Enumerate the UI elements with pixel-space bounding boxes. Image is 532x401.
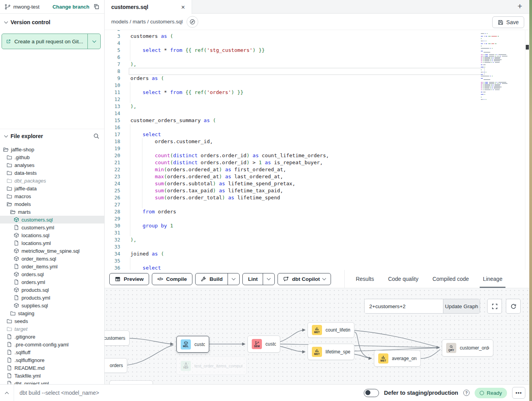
code-line-28[interactable]: 28 from orders [105, 208, 529, 215]
code-editor[interactable]: 23customers as (45 select * from {{ ref(… [105, 30, 529, 270]
help-icon[interactable]: ? [463, 390, 470, 396]
dbt-command-input[interactable] [20, 390, 238, 396]
code-line-25[interactable]: 25 sum(orders.tax_paid) as lifetime_tax_… [105, 187, 529, 194]
tree-item-products.yml[interactable]: products.yml [0, 294, 104, 302]
chevron-down-icon[interactable] [4, 134, 8, 138]
lineage-node-stg_customers[interactable]: stg_customers [105, 330, 130, 346]
tab-results[interactable]: Results [356, 270, 374, 288]
lint-button[interactable]: Lint [242, 273, 275, 285]
tree-item-locations.yml[interactable]: locations.yml [0, 239, 104, 247]
code-line-15[interactable]: 15customer_orders_summary as ( [105, 117, 529, 124]
tab-lineage[interactable]: Lineage [483, 270, 502, 288]
change-branch-link[interactable]: Change branch [52, 4, 89, 10]
code-line-4[interactable]: 4 [105, 40, 529, 47]
tree-item-.sqlfluff[interactable]: .sqlfluff [0, 348, 104, 356]
tree-item-orders.yml[interactable]: orders.yml [0, 278, 104, 286]
tree-item-locations.sql[interactable]: locations.sql [0, 231, 104, 239]
lineage-node-partial-node[interactable] [109, 380, 153, 384]
code-line-30[interactable]: 30 group by 1 [105, 222, 529, 229]
tree-item-customers.sql[interactable]: customers.sql [0, 216, 104, 224]
tree-item-marts[interactable]: marts [0, 208, 104, 216]
code-line-31[interactable]: 31 [105, 229, 529, 236]
code-line-26[interactable]: 26 sum(orders.order_total) as lifetime_s… [105, 194, 529, 201]
tab-code-quality[interactable]: Code quality [388, 270, 418, 288]
tree-item-customers.yml[interactable]: customers.yml [0, 224, 104, 231]
copy-branch-icon[interactable] [93, 4, 100, 10]
lineage-search-input[interactable] [365, 299, 443, 313]
minimap[interactable] [481, 32, 525, 130]
save-button[interactable]: Save [492, 16, 524, 28]
code-line-32[interactable]: 32), [105, 236, 529, 243]
dbt-copilot-button[interactable]: dbt Copilot [278, 273, 331, 285]
code-line-33[interactable]: 33 [105, 243, 529, 250]
fullscreen-button[interactable] [487, 299, 502, 314]
code-line-21[interactable]: 21 count(distinct orders.order_id) > 1 a… [105, 159, 529, 166]
code-line-7[interactable]: 7), [105, 61, 529, 68]
code-line-24[interactable]: 24 sum(orders.subtotal) as lifetime_spen… [105, 180, 529, 187]
lineage-node-customers-model[interactable]: MDLcustomers [176, 336, 209, 353]
build-dropdown[interactable] [228, 273, 239, 285]
preview-button[interactable]: Preview [109, 273, 149, 285]
code-line-18[interactable]: 18 orders.customer_id, [105, 138, 529, 145]
code-line-2[interactable]: 2 [105, 30, 529, 33]
refresh-button[interactable] [506, 299, 521, 314]
code-line-34[interactable]: 34joined as ( [105, 250, 529, 257]
code-line-23[interactable]: 23 max(orders.ordered_at) as last_ordere… [105, 173, 529, 180]
scrollbar-thumb[interactable] [526, 45, 529, 50]
tree-item-data-tests[interactable]: data-tests [0, 169, 104, 177]
code-line-22[interactable]: 22 min(orders.ordered_at) as first_order… [105, 166, 529, 173]
code-line-27[interactable]: 27 [105, 201, 529, 208]
tree-item-readme.md[interactable]: README.md [0, 364, 104, 372]
tab-customers-sql[interactable]: customers.sql × [105, 0, 192, 14]
tree-item-target[interactable]: target [0, 325, 104, 333]
close-tab-icon[interactable]: × [180, 4, 186, 11]
create-pr-button[interactable]: Create a pull request on Git... [2, 34, 101, 49]
tree-item-analyses[interactable]: analyses [0, 161, 104, 169]
create-pr-dropdown[interactable] [87, 34, 100, 49]
tree-item-jaffle-shop[interactable]: jaffle-shop [0, 145, 104, 153]
tree-item-seeds[interactable]: seeds [0, 317, 104, 325]
compile-button[interactable]: </>Compile [152, 273, 192, 285]
tree-item-jaffle-data[interactable]: jaffle-data [0, 185, 104, 192]
tree-item-products.sql[interactable]: products.sql [0, 286, 104, 294]
code-line-5[interactable]: 5 select * from {{ ref('stg_customers') … [105, 47, 529, 54]
lint-dropdown[interactable] [263, 273, 274, 285]
explore-lineage-button[interactable] [187, 16, 198, 28]
code-line-35[interactable]: 35 [105, 257, 529, 264]
code-line-13[interactable]: 13), [105, 103, 529, 110]
tree-item-.pre-commit-config.yaml[interactable]: .pre-commit-config.yaml [0, 341, 104, 348]
tree-item-order-items.sql[interactable]: order_items.sql [0, 255, 104, 263]
code-line-8[interactable]: 8 [105, 68, 529, 75]
tab-compiled-code[interactable]: Compiled code [432, 270, 469, 288]
tree-item-supplies.sql[interactable]: supplies.sql [0, 302, 104, 309]
defer-toggle[interactable] [364, 389, 379, 397]
tree-item-dbt-packages[interactable]: dbt_packages [0, 177, 104, 185]
tree-item-macros[interactable]: macros [0, 192, 104, 200]
code-line-10[interactable]: 10 [105, 82, 529, 89]
version-control-header[interactable]: Version control [0, 14, 104, 28]
code-line-3[interactable]: 3customers as ( [105, 33, 529, 40]
lineage-node-customers-semantic[interactable]: SEMcustomers [247, 335, 280, 353]
code-line-9[interactable]: 9orders as ( [105, 75, 529, 82]
tree-item-order-items.yml[interactable]: order_items.yml [0, 263, 104, 270]
update-graph-button[interactable]: Update Graph [443, 299, 480, 313]
lineage-node-lifetime_spend_pretax[interactable]: METlifetime_spend_pretax [308, 344, 354, 360]
code-line-29[interactable]: 29 [105, 215, 529, 222]
code-line-12[interactable]: 12 [105, 96, 529, 103]
tree-item-orders.sql[interactable]: orders.sql [0, 270, 104, 278]
code-line-6[interactable]: 6 [105, 54, 529, 61]
editor-scrollbar[interactable] [525, 30, 529, 270]
new-tab-button[interactable]: + [518, 2, 522, 11]
code-line-11[interactable]: 11 select * from {{ ref('orders') }} [105, 89, 529, 96]
tree-item-metricflow-time-spine.sql[interactable]: metricflow_time_spine.sql [0, 247, 104, 255]
build-button[interactable]: Build [195, 273, 240, 285]
tree-item-.github[interactable]: .github [0, 153, 104, 161]
search-files-icon[interactable] [93, 133, 100, 139]
collapse-panel-button[interactable] [0, 385, 14, 401]
lineage-node-customer_order_metrics[interactable]: QRYcustomer_order_metrics [442, 339, 493, 357]
more-options-button[interactable]: ••• [512, 387, 525, 399]
lineage-node-test-node[interactable]: TSTtest_order_items_compute_to_bools... [176, 357, 247, 375]
tree-item-.sqlfluffignore[interactable]: .sqlfluffignore [0, 356, 104, 364]
code-line-20[interactable]: 20 count(distinct orders.order_id) as co… [105, 152, 529, 159]
lineage-node-orders[interactable]: orders [105, 358, 127, 373]
